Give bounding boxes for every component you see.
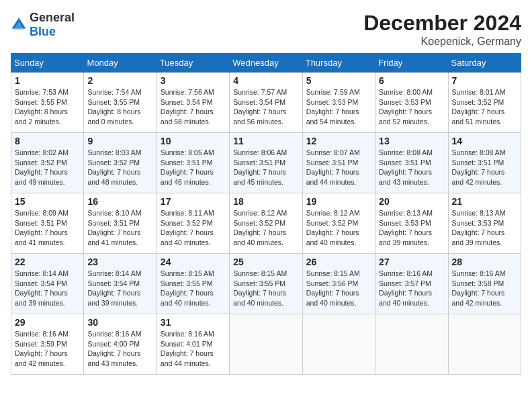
day-info: Sunrise: 8:10 AMSunset: 3:51 PMDaylight:…	[87, 208, 152, 248]
calendar-cell: 28Sunrise: 8:16 AMSunset: 3:58 PMDayligh…	[448, 254, 521, 314]
calendar-cell: 4Sunrise: 7:57 AMSunset: 3:54 PMDaylight…	[230, 73, 302, 133]
week-row-2: 8Sunrise: 8:02 AMSunset: 3:52 PMDaylight…	[11, 133, 521, 193]
day-info: Sunrise: 8:05 AMSunset: 3:51 PMDaylight:…	[161, 148, 226, 187]
day-number: 7	[452, 75, 517, 86]
day-info: Sunrise: 8:12 AMSunset: 3:52 PMDaylight:…	[306, 208, 371, 248]
calendar-cell: 13Sunrise: 8:08 AMSunset: 3:51 PMDayligh…	[375, 133, 448, 193]
calendar-cell	[302, 314, 375, 375]
day-info: Sunrise: 8:16 AMSunset: 3:58 PMDaylight:…	[452, 269, 517, 308]
day-info: Sunrise: 8:15 AMSunset: 3:55 PMDaylight:…	[233, 269, 298, 308]
calendar-cell: 3Sunrise: 7:56 AMSunset: 3:54 PMDaylight…	[157, 73, 229, 133]
day-info: Sunrise: 8:07 AMSunset: 3:51 PMDaylight:…	[306, 148, 371, 187]
day-number: 11	[233, 136, 298, 146]
day-info: Sunrise: 8:09 AMSunset: 3:51 PMDaylight:…	[15, 208, 80, 248]
logo-text: General Blue	[30, 11, 75, 39]
calendar-cell: 7Sunrise: 8:01 AMSunset: 3:52 PMDaylight…	[448, 73, 521, 133]
weekday-header-monday: Monday	[84, 54, 157, 73]
calendar-cell: 27Sunrise: 8:16 AMSunset: 3:57 PMDayligh…	[375, 254, 448, 314]
calendar-table: SundayMondayTuesdayWednesdayThursdayFrid…	[11, 53, 521, 375]
calendar-cell: 8Sunrise: 8:02 AMSunset: 3:52 PMDaylight…	[11, 133, 84, 193]
day-info: Sunrise: 8:15 AMSunset: 3:55 PMDaylight:…	[161, 269, 226, 308]
calendar-cell: 14Sunrise: 8:08 AMSunset: 3:51 PMDayligh…	[448, 133, 521, 193]
month-title: December 2024	[363, 11, 521, 36]
day-number: 3	[161, 75, 226, 86]
weekday-header-wednesday: Wednesday	[230, 54, 302, 73]
day-number: 15	[15, 196, 80, 207]
day-number: 4	[233, 75, 298, 86]
day-info: Sunrise: 8:08 AMSunset: 3:51 PMDaylight:…	[452, 148, 517, 187]
calendar-cell: 15Sunrise: 8:09 AMSunset: 3:51 PMDayligh…	[11, 193, 84, 254]
logo: General Blue	[11, 11, 75, 39]
calendar-cell: 18Sunrise: 8:12 AMSunset: 3:52 PMDayligh…	[230, 193, 302, 254]
weekday-header-row: SundayMondayTuesdayWednesdayThursdayFrid…	[11, 54, 521, 73]
day-info: Sunrise: 8:02 AMSunset: 3:52 PMDaylight:…	[15, 148, 80, 187]
header: General Blue December 2024 Koepenick, Ge…	[11, 11, 521, 48]
calendar-cell	[375, 314, 448, 375]
week-row-3: 15Sunrise: 8:09 AMSunset: 3:51 PMDayligh…	[11, 193, 521, 254]
day-number: 30	[87, 317, 152, 328]
day-number: 24	[161, 257, 226, 267]
calendar-cell: 26Sunrise: 8:15 AMSunset: 3:56 PMDayligh…	[302, 254, 375, 314]
day-number: 31	[161, 317, 226, 328]
day-info: Sunrise: 8:14 AMSunset: 3:54 PMDaylight:…	[87, 269, 152, 308]
day-info: Sunrise: 7:54 AMSunset: 3:55 PMDaylight:…	[87, 87, 152, 127]
calendar-cell: 10Sunrise: 8:05 AMSunset: 3:51 PMDayligh…	[157, 133, 229, 193]
day-info: Sunrise: 8:03 AMSunset: 3:52 PMDaylight:…	[87, 148, 152, 187]
day-number: 9	[87, 136, 152, 146]
calendar-cell: 29Sunrise: 8:16 AMSunset: 3:59 PMDayligh…	[11, 314, 84, 375]
day-info: Sunrise: 8:08 AMSunset: 3:51 PMDaylight:…	[379, 148, 444, 187]
week-row-4: 22Sunrise: 8:14 AMSunset: 3:54 PMDayligh…	[11, 254, 521, 314]
location-title: Koepenick, Germany	[363, 36, 521, 48]
day-info: Sunrise: 7:56 AMSunset: 3:54 PMDaylight:…	[161, 87, 226, 127]
day-info: Sunrise: 8:16 AMSunset: 3:59 PMDaylight:…	[15, 329, 80, 369]
day-number: 17	[161, 196, 226, 207]
day-info: Sunrise: 8:12 AMSunset: 3:52 PMDaylight:…	[233, 208, 298, 248]
day-number: 5	[306, 75, 371, 86]
day-number: 27	[379, 257, 444, 267]
day-info: Sunrise: 7:53 AMSunset: 3:55 PMDaylight:…	[15, 87, 80, 127]
day-number: 2	[87, 75, 152, 86]
day-number: 21	[452, 196, 517, 207]
day-number: 25	[233, 257, 298, 267]
day-info: Sunrise: 8:13 AMSunset: 3:53 PMDaylight:…	[379, 208, 444, 248]
calendar-cell	[448, 314, 521, 375]
day-info: Sunrise: 7:59 AMSunset: 3:53 PMDaylight:…	[306, 87, 371, 127]
weekday-header-tuesday: Tuesday	[157, 54, 229, 73]
calendar-cell: 2Sunrise: 7:54 AMSunset: 3:55 PMDaylight…	[84, 73, 157, 133]
day-info: Sunrise: 8:16 AMSunset: 4:01 PMDaylight:…	[161, 329, 226, 369]
day-number: 29	[15, 317, 80, 328]
day-number: 16	[87, 196, 152, 207]
weekday-header-saturday: Saturday	[448, 54, 521, 73]
calendar-cell: 12Sunrise: 8:07 AMSunset: 3:51 PMDayligh…	[302, 133, 375, 193]
day-number: 26	[306, 257, 371, 267]
day-info: Sunrise: 8:16 AMSunset: 3:57 PMDaylight:…	[379, 269, 444, 308]
calendar-cell: 30Sunrise: 8:16 AMSunset: 4:00 PMDayligh…	[84, 314, 157, 375]
day-number: 14	[452, 136, 517, 146]
calendar-cell: 17Sunrise: 8:11 AMSunset: 3:52 PMDayligh…	[157, 193, 229, 254]
logo-blue: Blue	[30, 25, 56, 38]
day-number: 19	[306, 196, 371, 207]
day-number: 20	[379, 196, 444, 207]
day-info: Sunrise: 8:13 AMSunset: 3:53 PMDaylight:…	[452, 208, 517, 248]
weekday-header-thursday: Thursday	[302, 54, 375, 73]
day-number: 18	[233, 196, 298, 207]
day-info: Sunrise: 8:16 AMSunset: 4:00 PMDaylight:…	[87, 329, 152, 369]
weekday-header-sunday: Sunday	[11, 54, 84, 73]
day-number: 22	[15, 257, 80, 267]
calendar-cell: 25Sunrise: 8:15 AMSunset: 3:55 PMDayligh…	[230, 254, 302, 314]
day-number: 6	[379, 75, 444, 86]
day-info: Sunrise: 8:14 AMSunset: 3:54 PMDaylight:…	[15, 269, 80, 308]
calendar-cell: 9Sunrise: 8:03 AMSunset: 3:52 PMDaylight…	[84, 133, 157, 193]
day-number: 13	[379, 136, 444, 146]
calendar-cell: 16Sunrise: 8:10 AMSunset: 3:51 PMDayligh…	[84, 193, 157, 254]
calendar-cell: 1Sunrise: 7:53 AMSunset: 3:55 PMDaylight…	[11, 73, 84, 133]
day-number: 8	[15, 136, 80, 146]
day-info: Sunrise: 8:01 AMSunset: 3:52 PMDaylight:…	[452, 87, 517, 127]
day-number: 28	[452, 257, 517, 267]
day-info: Sunrise: 7:57 AMSunset: 3:54 PMDaylight:…	[233, 87, 298, 127]
calendar-cell: 20Sunrise: 8:13 AMSunset: 3:53 PMDayligh…	[375, 193, 448, 254]
logo-general: General	[30, 11, 75, 24]
day-info: Sunrise: 8:15 AMSunset: 3:56 PMDaylight:…	[306, 269, 371, 308]
calendar-cell: 21Sunrise: 8:13 AMSunset: 3:53 PMDayligh…	[448, 193, 521, 254]
calendar-cell: 19Sunrise: 8:12 AMSunset: 3:52 PMDayligh…	[302, 193, 375, 254]
